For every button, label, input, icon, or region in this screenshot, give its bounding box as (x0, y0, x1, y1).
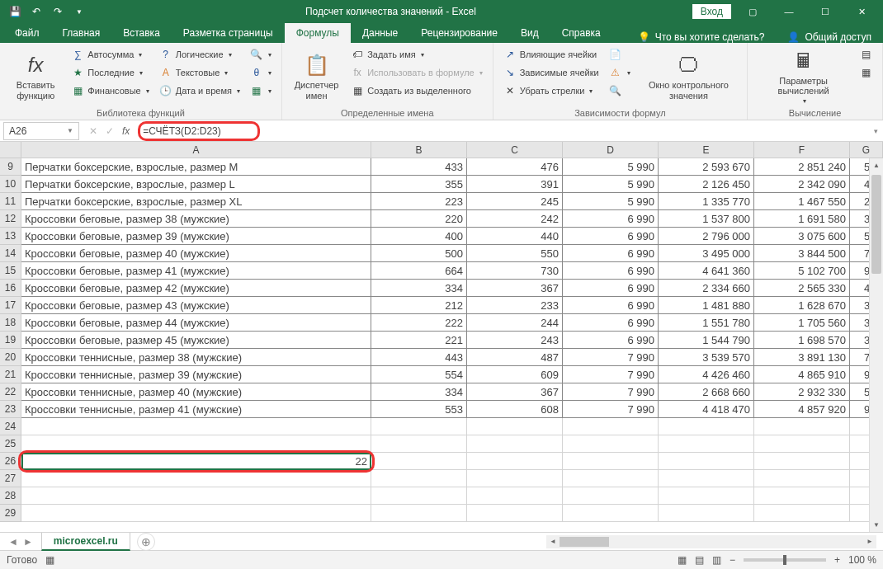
cell[interactable] (563, 487, 659, 505)
cell[interactable] (21, 470, 371, 487)
tab-formulas[interactable]: Формулы (285, 23, 351, 43)
scroll-left-icon[interactable]: ◄ (546, 535, 560, 548)
row-header[interactable]: 15 (0, 262, 21, 280)
tab-help[interactable]: Справка (550, 23, 612, 43)
calc-sheet-button[interactable]: ▦ (856, 64, 876, 81)
signin-button[interactable]: Вход (692, 4, 731, 19)
cell[interactable]: 2 932 330 (754, 383, 850, 401)
cell[interactable]: 7 990 (563, 366, 659, 383)
row-header[interactable]: 17 (0, 297, 21, 314)
zoom-out-icon[interactable]: − (730, 554, 735, 566)
tab-page-layout[interactable]: Разметка страницы (172, 23, 285, 43)
tab-home[interactable]: Главная (51, 23, 112, 43)
cell[interactable]: 4 641 360 (659, 262, 754, 280)
cell[interactable]: 6 990 (563, 280, 659, 297)
cell[interactable]: 3 891 130 (754, 349, 850, 366)
cell[interactable]: 4 426 460 (659, 366, 754, 383)
cell[interactable]: 221 (371, 332, 467, 349)
row-header[interactable]: 22 (0, 383, 21, 401)
cell[interactable]: 367 (467, 280, 563, 297)
trace-precedents-button[interactable]: ↗Влияющие ячейки (500, 46, 602, 63)
tab-review[interactable]: Рецензирование (409, 23, 509, 43)
row-header[interactable]: 10 (0, 176, 21, 193)
cell[interactable]: 233 (467, 297, 563, 314)
cell[interactable]: 664 (371, 262, 467, 280)
column-header[interactable]: C (467, 142, 563, 158)
column-header[interactable]: E (659, 142, 754, 158)
cell[interactable]: Кроссовки теннисные, размер 39 (мужские) (21, 366, 371, 383)
zoom-level[interactable]: 100 % (848, 554, 876, 566)
cell[interactable]: 1 551 780 (659, 314, 754, 332)
cell[interactable] (371, 470, 467, 487)
zoom-slider[interactable] (744, 558, 826, 562)
cell[interactable]: 4 857 920 (754, 401, 850, 418)
save-icon[interactable]: 💾 (5, 2, 25, 21)
datetime-button[interactable]: 🕒Дата и время▾ (156, 82, 243, 99)
show-formulas-button[interactable]: 📄 (606, 46, 634, 63)
column-header[interactable]: B (371, 142, 467, 158)
cell[interactable]: 550 (467, 245, 563, 262)
hscroll-thumb[interactable] (560, 537, 609, 547)
cell[interactable]: Перчатки боксерские, взрослые, размер M (21, 158, 371, 176)
cell[interactable]: Кроссовки теннисные, размер 40 (мужские) (21, 383, 371, 401)
name-box[interactable]: A26 ▼ (3, 122, 79, 140)
cell[interactable]: 609 (467, 366, 563, 383)
row-header[interactable]: 13 (0, 228, 21, 245)
cell[interactable] (754, 505, 850, 522)
scroll-thumb[interactable] (871, 175, 881, 274)
cell[interactable]: 6 990 (563, 262, 659, 280)
row-header[interactable]: 19 (0, 332, 21, 349)
cell[interactable]: 5 990 (563, 193, 659, 210)
cell[interactable] (371, 505, 467, 522)
horizontal-scrollbar[interactable]: ◄ ► (546, 535, 876, 548)
sheet-nav-next-icon[interactable]: ► (23, 536, 33, 548)
cell[interactable] (371, 487, 467, 505)
cell[interactable] (659, 418, 754, 435)
formula-input[interactable]: =СЧЁТЗ(D2:D23) (138, 122, 868, 140)
cell[interactable]: 2 334 660 (659, 280, 754, 297)
cell[interactable] (467, 435, 563, 453)
cell[interactable]: 1 335 770 (659, 193, 754, 210)
cell[interactable] (21, 435, 371, 453)
cell[interactable] (754, 487, 850, 505)
cell[interactable]: 6 990 (563, 314, 659, 332)
cell[interactable] (659, 435, 754, 453)
row-header[interactable]: 23 (0, 401, 21, 418)
cell[interactable] (659, 470, 754, 487)
cell[interactable] (659, 487, 754, 505)
cell[interactable]: 553 (371, 401, 467, 418)
ribbon-options-icon[interactable]: ▢ (738, 2, 767, 21)
cancel-icon[interactable]: ✕ (89, 125, 97, 137)
cell[interactable] (563, 418, 659, 435)
calc-options-button[interactable]: 🖩 Параметры вычислений ▾ (754, 46, 852, 106)
qat-dropdown-icon[interactable]: ▼ (69, 2, 89, 21)
error-check-button[interactable]: ⚠▾ (606, 64, 634, 81)
row-header[interactable]: 24 (0, 418, 21, 435)
cell[interactable]: 500 (371, 245, 467, 262)
row-header[interactable]: 9 (0, 158, 21, 176)
cell[interactable]: Кроссовки беговые, размер 40 (мужские) (21, 245, 371, 262)
cell[interactable]: Кроссовки беговые, размер 38 (мужские) (21, 210, 371, 228)
recent-button[interactable]: ★Последние▾ (68, 64, 152, 81)
cell[interactable]: Кроссовки беговые, размер 39 (мужские) (21, 228, 371, 245)
cell[interactable]: 355 (371, 176, 467, 193)
view-break-icon[interactable]: ▥ (712, 554, 721, 566)
column-header[interactable]: D (563, 142, 659, 158)
cell[interactable]: 3 844 500 (754, 245, 850, 262)
cell[interactable] (371, 453, 467, 470)
cell[interactable] (467, 505, 563, 522)
create-from-selection-button[interactable]: ▦Создать из выделенного (347, 82, 486, 99)
cell[interactable]: 245 (467, 193, 563, 210)
expand-formula-bar-icon[interactable]: ▾ (868, 127, 883, 135)
tab-insert[interactable]: Вставка (111, 23, 172, 43)
cell[interactable]: 242 (467, 210, 563, 228)
cell[interactable]: 7 990 (563, 401, 659, 418)
cell[interactable] (467, 418, 563, 435)
cell[interactable]: 476 (467, 158, 563, 176)
financial-button[interactable]: ▦Финансовые▾ (68, 82, 152, 99)
cell[interactable]: 3 495 000 (659, 245, 754, 262)
cell[interactable]: 1 691 580 (754, 210, 850, 228)
view-normal-icon[interactable]: ▦ (678, 554, 687, 566)
cell[interactable]: 6 990 (563, 245, 659, 262)
row-header[interactable]: 27 (0, 470, 21, 487)
